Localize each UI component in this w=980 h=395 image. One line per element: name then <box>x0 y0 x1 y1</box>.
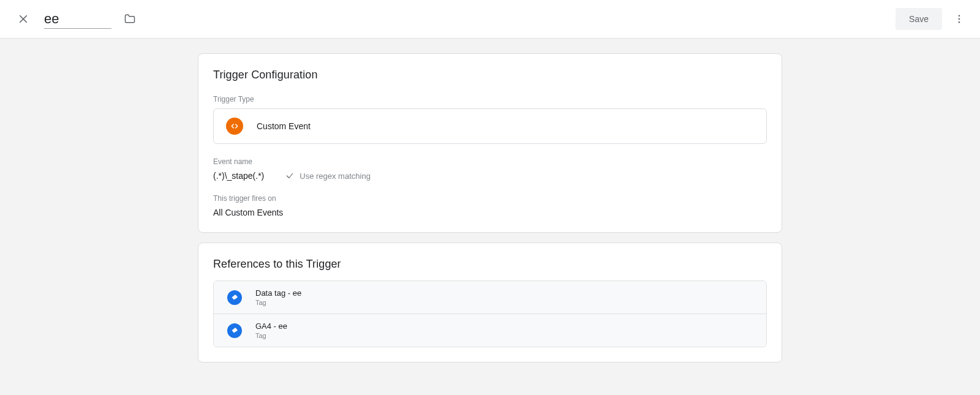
topbar: Save <box>0 0 980 39</box>
trigger-name-input[interactable] <box>44 10 111 29</box>
trigger-config-heading: Trigger Configuration <box>213 69 767 81</box>
custom-event-icon <box>226 118 243 135</box>
reference-name: Data tag - ee <box>255 288 301 298</box>
references-card: References to this Trigger Data tag - ee… <box>198 243 782 363</box>
fires-on-value: All Custom Events <box>213 208 767 217</box>
svg-point-3 <box>959 18 960 20</box>
close-button[interactable] <box>15 10 32 28</box>
close-icon <box>18 13 29 24</box>
save-button[interactable]: Save <box>895 8 942 30</box>
more-vert-icon <box>954 13 965 24</box>
reference-row[interactable]: GA4 - ee Tag <box>214 314 766 347</box>
reference-name: GA4 - ee <box>255 322 287 331</box>
event-name-value: (.*)\_stape(.*) <box>213 171 264 181</box>
tag-icon <box>227 323 242 338</box>
fires-on-label: This trigger fires on <box>213 194 767 203</box>
workarea: Trigger Configuration Trigger Type Custo… <box>0 39 980 395</box>
svg-point-4 <box>959 21 960 23</box>
event-name-row: (.*)\_stape(.*) Use regex matching <box>213 171 767 181</box>
trigger-type-name: Custom Event <box>257 121 311 131</box>
trigger-config-card: Trigger Configuration Trigger Type Custo… <box>198 53 782 233</box>
reference-row[interactable]: Data tag - ee Tag <box>214 281 766 314</box>
check-icon <box>285 171 295 181</box>
event-name-label: Event name <box>213 157 767 166</box>
reference-type: Tag <box>255 299 301 306</box>
references-heading: References to this Trigger <box>213 258 767 271</box>
tag-icon <box>227 290 242 305</box>
folder-icon <box>124 13 136 25</box>
references-list: Data tag - ee Tag GA4 - ee Tag <box>213 280 767 347</box>
svg-point-2 <box>959 15 960 17</box>
more-menu-button[interactable] <box>951 10 968 28</box>
regex-matching-indicator: Use regex matching <box>285 171 371 181</box>
trigger-type-label: Trigger Type <box>213 95 767 103</box>
folder-button[interactable] <box>121 10 138 28</box>
trigger-type-selector[interactable]: Custom Event <box>213 108 767 144</box>
reference-type: Tag <box>255 332 287 339</box>
regex-matching-label: Use regex matching <box>300 171 371 181</box>
